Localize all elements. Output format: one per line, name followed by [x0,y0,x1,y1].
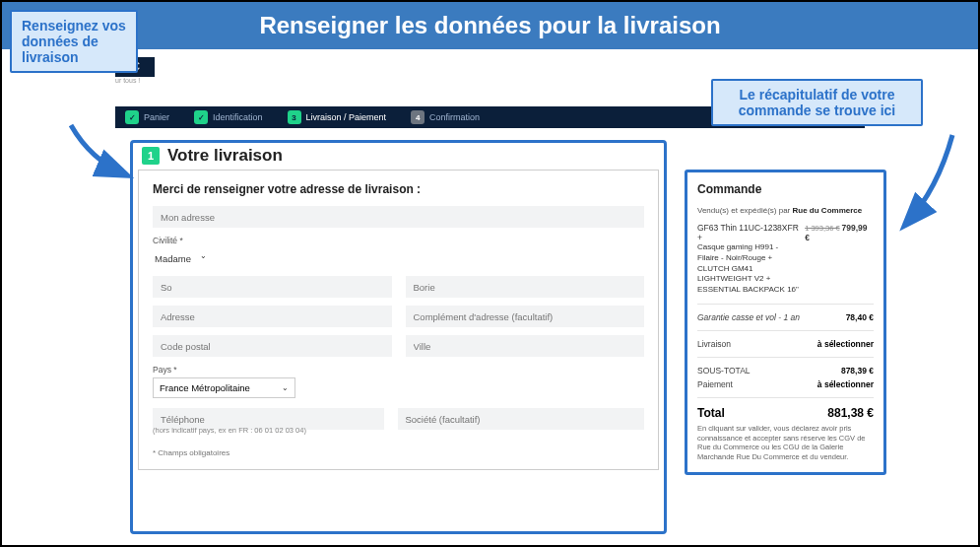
product-line: GF63 Thin 11UC-1238XFR + 1 393,36 €799,9… [697,223,874,242]
address-input[interactable] [153,306,392,327]
section-number-badge: 1 [142,147,160,165]
arrow-left-icon [61,120,140,189]
page-banner: Renseigner les données pour la livraison [2,2,978,49]
payment-row: Paiement à sélectionner [697,379,874,389]
order-summary: Commande Vendu(s) et expédié(s) par Rue … [685,170,886,475]
chevron-down-icon: ⌄ [282,383,289,392]
step-identification: ✓ Identification [194,110,263,124]
lastname-input[interactable] [406,276,645,298]
chevron-down-icon: ⌄ [200,251,207,260]
sold-by-line: Vendu(s) et expédié(s) par Rue du Commer… [697,206,874,215]
arrow-right-icon [898,130,967,239]
disclaimer-text: En cliquant sur valider, vous déclarez a… [697,424,874,462]
step-livraison: 3 Livraison / Paiement [288,110,387,124]
subtotal-row: SOUS-TOTAL 878,39 € [697,366,874,376]
address-name-input[interactable] [153,206,644,228]
callout-right: Le récapitulatif de votre commande se tr… [711,79,923,126]
form-heading: Merci de renseigner votre adresse de liv… [153,182,644,196]
delivery-form: Merci de renseigner votre adresse de liv… [138,170,659,470]
banner-title: Renseigner les données pour la livraison [259,12,720,38]
company-input[interactable] [398,408,645,430]
step-confirmation: 4 Confirmation [411,110,480,124]
summary-title: Commande [697,182,874,196]
delivery-section-header: 1 Votre livraison [142,146,283,166]
civility-label: Civilité * [153,236,644,245]
shipping-row: Livraison à sélectionner [697,339,874,349]
address2-input[interactable] [406,306,645,327]
check-icon: ✓ [194,110,208,124]
country-label: Pays * [153,365,644,375]
postal-input[interactable] [153,335,392,357]
warranty-row: Garantie casse et vol - 1 an 78,40 € [697,312,874,322]
section-title: Votre livraison [167,146,283,166]
site-logo-subtitle: ur tous ! [115,77,140,84]
city-input[interactable] [406,335,645,357]
civility-select[interactable]: Madame ⌄ [153,248,209,266]
product-sublines: Casque gaming H991 - Filaire - Noir/Roug… [697,242,874,296]
firstname-input[interactable] [153,276,392,298]
callout-left: Renseignez vos données de livraison [10,10,138,73]
country-select[interactable]: France Métropolitaine ⌄ [153,377,295,398]
total-row: Total 881,38 € [697,406,874,420]
required-fields-note: * Champs obligatoires [153,448,644,457]
